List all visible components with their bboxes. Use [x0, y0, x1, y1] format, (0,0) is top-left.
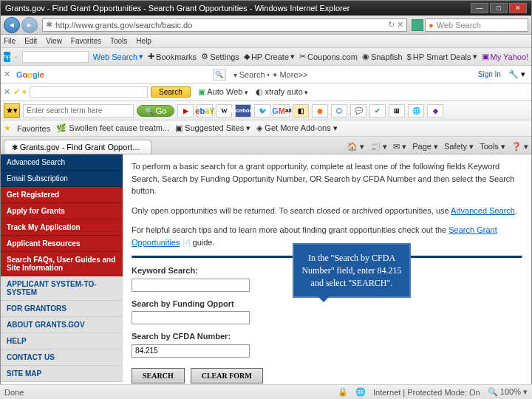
- hp-snapfish[interactable]: ◉ Snapfish: [362, 52, 403, 61]
- hp-create[interactable]: ◆ HP Create ▾: [244, 52, 295, 61]
- youtube-icon[interactable]: ▶: [177, 104, 194, 117]
- favorites-star-icon[interactable]: ★: [4, 123, 11, 133]
- hp-coupons[interactable]: ✂ Coupons.com: [299, 52, 358, 61]
- google-wrench-icon[interactable]: 🔧 ▾: [508, 69, 525, 79]
- tool-icon-7[interactable]: 🌐: [408, 104, 424, 117]
- pdf-icon: 📄: [183, 239, 191, 247]
- mail-button[interactable]: ✉ ▾: [393, 142, 406, 151]
- hp-logo[interactable]: hp: [4, 52, 10, 62]
- hp-bookmarks[interactable]: ✚ Bookmarks: [148, 52, 197, 61]
- status-zone: Internet | Protected Mode: On: [373, 388, 480, 397]
- sidebar-help[interactable]: HELP: [1, 333, 123, 349]
- menu-edit[interactable]: Edit: [24, 37, 37, 45]
- ybar-close-icon[interactable]: ✕: [4, 87, 10, 97]
- sidebar-sitemap[interactable]: SITE MAP: [1, 366, 123, 382]
- ybar-search-input[interactable]: [30, 86, 148, 98]
- menu-tools[interactable]: Tools: [110, 37, 127, 45]
- ybar-xtrafy[interactable]: ◐ xtrafy auto ▾: [256, 87, 308, 97]
- clear-button[interactable]: CLEAR FORM: [191, 368, 263, 383]
- tool-icon-5[interactable]: ✔: [369, 104, 386, 117]
- forward-button[interactable]: ►: [21, 17, 38, 33]
- status-zoom[interactable]: 🔍 100% ▾: [488, 387, 528, 397]
- twitter-icon[interactable]: 🐦: [254, 104, 270, 117]
- favorites-label[interactable]: Favorites: [17, 124, 50, 133]
- menu-view[interactable]: View: [46, 37, 62, 45]
- star-button[interactable]: ★▾: [4, 103, 20, 118]
- go-icon[interactable]: [412, 19, 423, 31]
- feeds-button[interactable]: 📰 ▾: [370, 142, 387, 151]
- help-icon[interactable]: ❓ ▾: [511, 142, 528, 151]
- google-close-icon[interactable]: ✕: [4, 69, 10, 79]
- term-search-input[interactable]: [23, 104, 134, 117]
- favorites-item-1[interactable]: 🌿 Swollen feet cause treatm...: [56, 123, 169, 133]
- sidebar-get-registered[interactable]: Get Registered: [1, 187, 123, 203]
- tab-grants[interactable]: ✱ Grants.gov - Find Grant Opportunities …: [4, 140, 151, 154]
- gmail-icon[interactable]: GMail: [273, 104, 290, 117]
- favorites-item-3[interactable]: ◈ Get More Add-ons ▾: [256, 123, 337, 133]
- sidebar-contact[interactable]: CONTACT US: [1, 349, 123, 366]
- menu-favorites[interactable]: Favorites: [71, 37, 101, 45]
- fon-input[interactable]: [132, 311, 250, 324]
- tool-icon-4[interactable]: 💬: [350, 104, 366, 117]
- minimize-button[interactable]: —: [471, 3, 488, 13]
- favorites-item-2[interactable]: ▣ Suggested Sites ▾: [175, 123, 250, 133]
- refresh-icon[interactable]: ↻ ✕: [388, 20, 403, 30]
- close-button[interactable]: ✕: [509, 3, 527, 13]
- sidebar-advanced-search[interactable]: Advanced Search: [1, 154, 123, 171]
- ebay-icon[interactable]: ebaY: [197, 104, 213, 117]
- tool-icon-8[interactable]: ◆: [427, 104, 443, 117]
- intro-text: To perform a basic search for a grant op…: [132, 160, 522, 197]
- sidebar-email-subscription[interactable]: Email Subscription: [1, 171, 123, 187]
- hp-settings[interactable]: ⚙ Settings: [201, 52, 239, 61]
- tool-icon-6[interactable]: ⊞: [389, 104, 405, 117]
- sidebar-apply-grants[interactable]: Apply for Grants: [1, 203, 123, 219]
- google-label: Google: [16, 70, 44, 79]
- secondary-toolbar: ✕ ✔ ▾ Search ▣ Auto Web ▾ ◐ xtrafy auto …: [1, 83, 531, 101]
- go-button[interactable]: 🔍 Go: [137, 105, 174, 117]
- status-bar: Done 🔒 🌐 Internet | Protected Mode: On 🔍…: [0, 384, 532, 399]
- google-search-button[interactable]: 🔍: [213, 69, 226, 81]
- google-search-dropdown[interactable]: ▾ Search • ✦ More>>: [233, 70, 307, 79]
- window-titlebar: Grants.gov - Find Grant Opportunities - …: [1, 1, 531, 16]
- home-button[interactable]: 🏠 ▾: [347, 142, 364, 151]
- sidebar-about[interactable]: ABOUT GRANTS.GOV: [1, 317, 123, 333]
- browser-search-box[interactable]: ● Web Search: [425, 18, 528, 32]
- sidebar-track-application[interactable]: Track My Application: [1, 219, 123, 236]
- cfda-input[interactable]: [132, 344, 250, 358]
- menu-help[interactable]: Help: [136, 37, 151, 45]
- facebook-icon[interactable]: facebook: [235, 104, 251, 117]
- keyword-input[interactable]: [132, 279, 250, 292]
- maximize-button[interactable]: □: [490, 3, 508, 13]
- hp-smartdeals[interactable]: $ HP Smart Deals ▾: [407, 52, 477, 61]
- main-content: To perform a basic search for a grant op…: [123, 154, 531, 391]
- page-menu[interactable]: Page ▾: [412, 142, 438, 151]
- tools-menu[interactable]: Tools ▾: [480, 142, 505, 151]
- advanced-search-link[interactable]: Advanced Search: [451, 206, 515, 215]
- hp-myyahoo[interactable]: ▣ My Yahoo!: [482, 52, 529, 61]
- address-bar[interactable]: ✱ http://www.grants.gov/search/basic.do …: [42, 18, 407, 32]
- hp-websearch[interactable]: Web Search ▾: [93, 52, 143, 61]
- ybar-check-icon[interactable]: ✔ ▾: [13, 87, 27, 97]
- search-button[interactable]: SEARCH: [132, 368, 185, 383]
- safety-menu[interactable]: Safety ▾: [444, 142, 474, 151]
- status-done: Done: [4, 388, 24, 397]
- status-icon: 🔒: [338, 387, 348, 397]
- search-provider-icon: ●: [429, 21, 434, 30]
- tool-icon-3[interactable]: ⬡: [331, 104, 347, 117]
- ybar-search-button[interactable]: Search: [151, 86, 191, 98]
- sidebar-s2s[interactable]: APPLICANT SYSTEM-TO-SYSTEM: [1, 276, 123, 301]
- sidebar-grantors[interactable]: FOR GRANTORS: [1, 301, 123, 317]
- cfda-label: Search by CFDA Number:: [132, 330, 522, 343]
- menu-file[interactable]: File: [4, 37, 16, 45]
- tool-icon-2[interactable]: ◉: [312, 104, 328, 117]
- sidebar-search-faqs[interactable]: Search FAQs, User Guides and Site Inform…: [1, 252, 123, 276]
- menu-bar: File Edit View Favorites Tools Help: [1, 35, 531, 48]
- tool-icon-1[interactable]: ◧: [293, 104, 309, 117]
- favorites-bar: ★ Favorites 🌿 Swollen feet cause treatm.…: [1, 120, 531, 137]
- back-button[interactable]: ◄: [4, 17, 20, 33]
- page-content: Advanced Search Email Subscription Get R…: [1, 154, 531, 391]
- google-signin[interactable]: Sign In: [478, 70, 501, 78]
- ybar-autoweb[interactable]: ▣ Auto Web ▾: [198, 87, 248, 97]
- hp-search-input[interactable]: [22, 51, 89, 63]
- sidebar-applicant-resources[interactable]: Applicant Resources: [1, 236, 123, 252]
